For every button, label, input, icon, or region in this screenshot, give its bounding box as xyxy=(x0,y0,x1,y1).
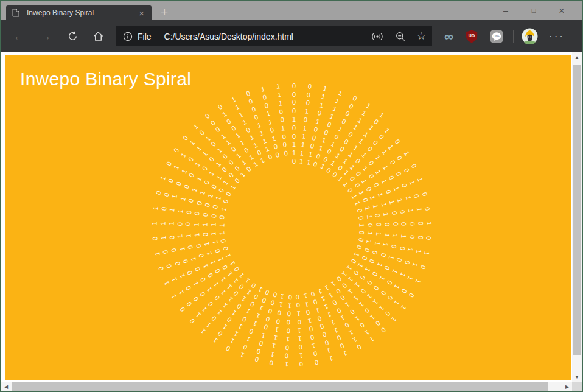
binary-digit: 1 xyxy=(337,89,343,96)
binary-digit: 1 xyxy=(383,127,391,135)
binary-digit: 0 xyxy=(222,246,229,251)
url-text[interactable]: C:/Users/Asus/Desktop/index.html xyxy=(164,32,360,41)
binary-digit: 0 xyxy=(296,302,301,309)
binary-digit: 1 xyxy=(231,309,238,317)
binary-digit: 1 xyxy=(374,241,381,246)
forward-button[interactable]: → xyxy=(37,27,55,46)
binary-digit: 0 xyxy=(335,287,341,295)
binary-digit: 0 xyxy=(375,223,382,226)
binary-digit: 0 xyxy=(262,94,267,101)
binary-digit: 0 xyxy=(366,279,373,286)
binary-digit: 0 xyxy=(253,293,260,301)
binary-digit: 0 xyxy=(380,326,387,334)
tab-close-icon[interactable]: × xyxy=(136,9,147,18)
close-button[interactable]: × xyxy=(548,1,576,20)
binary-digit: 1 xyxy=(206,193,214,199)
binary-digit: 0 xyxy=(207,300,214,307)
binary-digit: 1 xyxy=(315,306,320,313)
binary-digit: 1 xyxy=(279,301,284,308)
binary-digit: 0 xyxy=(332,299,338,307)
binary-digit: 0 xyxy=(288,293,292,300)
binary-digit: 1 xyxy=(195,311,202,318)
binary-digit: 0 xyxy=(287,310,292,317)
binary-digit: 0 xyxy=(372,117,380,125)
binary-digit: 1 xyxy=(383,233,390,237)
vertical-scroll-thumb[interactable] xyxy=(573,65,581,355)
line-extension-icon[interactable]: LINE xyxy=(490,30,503,43)
scroll-right-icon[interactable]: ▶ xyxy=(562,382,572,391)
binary-digit: 1 xyxy=(391,268,399,275)
refresh-button[interactable] xyxy=(63,27,82,46)
binary-digit: 0 xyxy=(310,290,316,298)
binary-digit: 1 xyxy=(363,328,370,336)
binary-digit: 0 xyxy=(359,274,366,281)
scroll-left-icon[interactable]: ◀ xyxy=(1,382,11,391)
browser-tab[interactable]: Inwepo Binary Spiral × xyxy=(6,5,152,20)
binary-digit: 1 xyxy=(374,154,382,161)
binary-digit: 0 xyxy=(402,167,410,173)
binary-digit: 0 xyxy=(268,307,273,315)
binary-digit: 0 xyxy=(254,114,259,121)
binary-digit: 1 xyxy=(407,209,414,214)
favorites-star-icon[interactable]: ☆ xyxy=(417,31,426,41)
binary-digit: 1 xyxy=(323,85,327,93)
binary-digit: 1 xyxy=(360,152,368,159)
binary-digit: 0 xyxy=(354,158,361,165)
binary-digit: 0 xyxy=(173,261,181,266)
binary-digit: 0 xyxy=(383,265,391,271)
binary-digit: 0 xyxy=(245,90,251,97)
ublock-extension-icon[interactable]: UO xyxy=(466,30,478,43)
settings-more-icon[interactable]: ··· xyxy=(549,30,565,43)
new-tab-button[interactable]: + xyxy=(157,6,172,18)
back-button[interactable]: ← xyxy=(10,27,28,46)
home-button[interactable] xyxy=(89,27,107,46)
read-aloud-icon[interactable] xyxy=(371,32,384,41)
binary-digit: 1 xyxy=(192,281,200,287)
binary-digit: 1 xyxy=(292,150,296,156)
extension-infinity-icon[interactable]: ∞ xyxy=(444,30,453,43)
binary-digit: 1 xyxy=(341,270,348,278)
binary-digit: 0 xyxy=(225,191,233,197)
binary-digit: 1 xyxy=(358,190,366,196)
binary-digit: 1 xyxy=(327,311,333,318)
binary-digit: 1 xyxy=(307,317,312,324)
binary-digit: 0 xyxy=(188,172,196,178)
minimize-button[interactable]: – xyxy=(492,1,520,20)
binary-digit: 1 xyxy=(222,111,228,119)
maximize-button[interactable]: □ xyxy=(520,1,548,20)
binary-digit: 1 xyxy=(350,194,358,200)
info-icon[interactable] xyxy=(123,32,133,41)
binary-digit: 0 xyxy=(199,290,206,297)
binary-digit: 0 xyxy=(352,269,360,276)
binary-digit: 1 xyxy=(258,304,264,312)
binary-digit: 1 xyxy=(194,233,200,237)
binary-digit: 1 xyxy=(252,320,258,327)
binary-digit: 0 xyxy=(280,117,284,124)
binary-digit: 1 xyxy=(152,221,158,225)
binary-digit: 1 xyxy=(364,267,372,273)
vertical-scrollbar[interactable]: ▲ ▼ xyxy=(572,52,582,382)
binary-digit: 1 xyxy=(288,302,292,309)
profile-avatar[interactable] xyxy=(522,28,538,44)
binary-digit: 1 xyxy=(423,251,430,256)
binary-digit: 0 xyxy=(270,127,274,134)
binary-digit: 1 xyxy=(245,335,251,343)
scroll-up-icon[interactable]: ▲ xyxy=(572,52,582,62)
binary-digit: 0 xyxy=(217,103,224,111)
binary-digit: 1 xyxy=(238,111,244,119)
zoom-out-icon[interactable] xyxy=(395,31,406,42)
binary-digit: 0 xyxy=(372,284,380,291)
binary-digit: 0 xyxy=(185,222,192,226)
binary-digit: 0 xyxy=(378,133,385,141)
binary-digit: 0 xyxy=(211,183,218,189)
binary-digit: 0 xyxy=(199,276,207,283)
binary-digit: 0 xyxy=(214,248,221,254)
scroll-down-icon[interactable]: ▼ xyxy=(572,372,582,382)
binary-digit: 1 xyxy=(380,201,388,207)
binary-digit: 1 xyxy=(201,150,209,158)
horizontal-scrollbar[interactable]: ◀ ▶ xyxy=(1,382,572,391)
binary-digit: 1 xyxy=(169,208,176,213)
binary-digit: 0 xyxy=(317,110,322,117)
horizontal-scroll-thumb[interactable] xyxy=(12,382,548,391)
address-bar[interactable]: File C:/Users/Asus/Desktop/index.html xyxy=(116,26,432,46)
